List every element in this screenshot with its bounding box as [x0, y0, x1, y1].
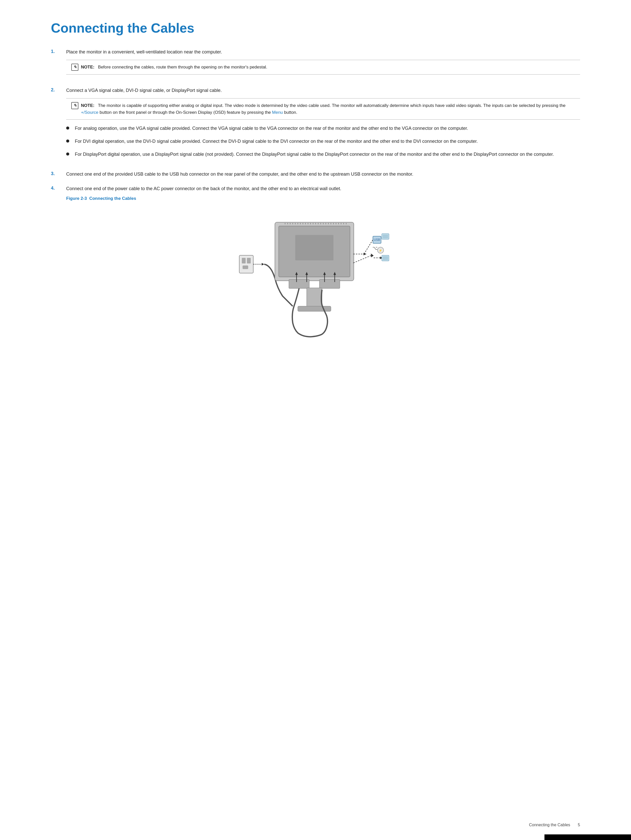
monitor-diagram: USB ⚡	[234, 207, 412, 339]
step-4: 4. Connect one end of the power cable to…	[51, 185, 580, 349]
step-1-number: 1.	[51, 48, 66, 54]
svg-rect-60	[383, 256, 388, 260]
step-1-text: Place the monitor in a convenient, well-…	[66, 49, 222, 54]
step-1: 1. Place the monitor in a convenient, we…	[51, 48, 580, 80]
step-3-text: Connect one end of the provided USB cabl…	[66, 172, 413, 177]
page-number: 5	[578, 823, 580, 827]
svg-text:USB: USB	[374, 238, 380, 242]
list-item: For DVI digital operation, use the DVI-D…	[66, 138, 580, 145]
step-4-text: Connect one end of the power cable to th…	[66, 186, 341, 191]
svg-rect-37	[298, 306, 331, 311]
svg-marker-54	[371, 254, 374, 257]
menu-link[interactable]: Menu	[272, 110, 283, 115]
svg-rect-8	[295, 235, 333, 261]
step-3-number: 3.	[51, 171, 66, 177]
list-item: For analog operation, use the VGA signal…	[66, 125, 580, 132]
note-1: ✎ NOTE: Before connecting the cables, ro…	[66, 60, 580, 74]
note-2-label: NOTE:	[81, 103, 95, 108]
bullet-2-text: For DVI digital operation, use the DVI-D…	[75, 138, 478, 145]
figure-container: USB ⚡	[66, 207, 580, 339]
bullet-list: For analog operation, use the VGA signal…	[66, 125, 580, 158]
svg-text:⌥: ⌥	[372, 246, 378, 251]
svg-rect-35	[319, 279, 340, 288]
note-1-text: Before connecting the cables, route them…	[98, 65, 267, 69]
note-2-text-part2: button on the front panel or through the…	[98, 110, 272, 115]
svg-rect-2	[247, 258, 251, 264]
note-2-text-part1: The monitor is capable of supporting eit…	[98, 103, 566, 108]
note-1-label: NOTE:	[81, 65, 95, 69]
svg-marker-49	[363, 253, 366, 255]
note-icon-1: ✎	[71, 64, 78, 71]
list-item: For DisplayPort digital operation, use a…	[66, 151, 580, 158]
svg-rect-34	[289, 279, 309, 288]
svg-line-50	[364, 240, 373, 254]
svg-text:⚡: ⚡	[379, 249, 382, 252]
svg-rect-3	[243, 265, 248, 269]
note-2-text-part3: button.	[283, 110, 297, 115]
step-3: 3. Connect one end of the provided USB c…	[51, 171, 580, 178]
svg-rect-58	[383, 234, 388, 238]
bullet-dot-1	[66, 126, 69, 129]
svg-rect-36	[307, 288, 322, 308]
svg-rect-0	[239, 255, 253, 273]
bullet-dot-3	[66, 153, 69, 156]
footer-text: Connecting the Cables	[529, 823, 570, 827]
step-4-number: 4.	[51, 185, 66, 191]
footer-bar	[544, 834, 631, 840]
step-2-number: 2.	[51, 87, 66, 93]
svg-rect-1	[242, 258, 246, 264]
svg-line-53	[353, 255, 372, 263]
page-footer: Connecting the Cables 5	[529, 823, 580, 827]
plus-source-link[interactable]: +/Source	[81, 110, 98, 115]
bullet-dot-2	[66, 139, 69, 142]
step-2: 2. Connect a VGA signal cable, DVI-D sig…	[51, 87, 580, 164]
note-icon-2: ✎	[71, 102, 78, 109]
bullet-3-text: For DisplayPort digital operation, use a…	[75, 151, 554, 158]
step-2-text: Connect a VGA signal cable, DVI-D signal…	[66, 88, 222, 93]
bullet-1-text: For analog operation, use the VGA signal…	[75, 125, 468, 132]
note-2: ✎ NOTE: The monitor is capable of suppor…	[66, 98, 580, 120]
svg-marker-5	[262, 263, 264, 265]
page-title: Connecting the Cables	[51, 21, 580, 36]
figure-label: Figure 2-3 Connecting the Cables	[66, 195, 580, 202]
